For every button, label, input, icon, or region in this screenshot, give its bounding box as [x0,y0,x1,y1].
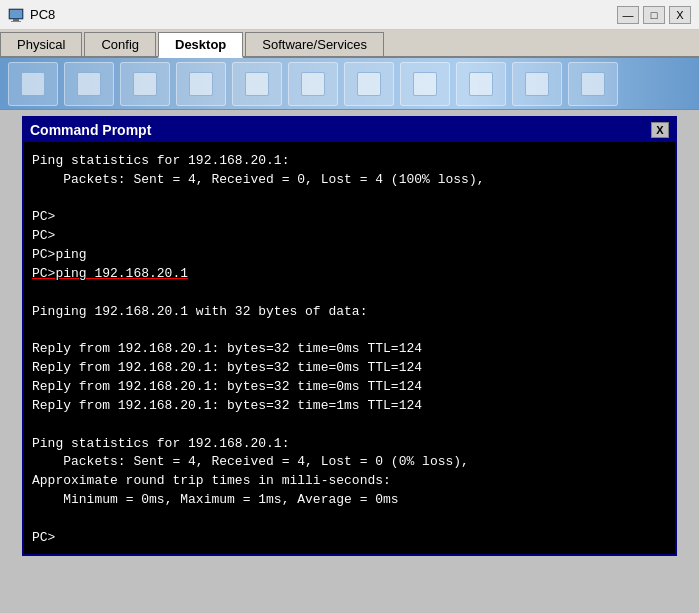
cmd-line-11: PC> [32,227,667,246]
cmd-body[interactable]: Pinging 192.168.20.1 with 32 bytes of da… [24,142,675,554]
window-title: PC8 [30,7,55,22]
toolbar-icon-6 [301,72,325,96]
cmd-line-15: Pinging 192.168.20.1 with 32 bytes of da… [32,303,667,322]
cmd-line-19: Reply from 192.168.20.1: bytes=32 time=0… [32,378,667,397]
title-bar: PC8 — □ X [0,0,699,30]
toolbar-area [0,58,699,110]
cmd-line-7: Ping statistics for 192.168.20.1: [32,152,667,171]
toolbar-icon-10 [525,72,549,96]
cmd-line-22: Ping statistics for 192.168.20.1: [32,435,667,454]
toolbar-icon-1 [21,72,45,96]
tab-bar: PhysicalConfigDesktopSoftware/Services [0,30,699,58]
toolbar-item-7 [344,62,394,106]
cmd-close-button[interactable]: X [651,122,669,138]
cmd-line-26 [32,510,667,529]
toolbar-item-2 [64,62,114,106]
cmd-line-27: PC> [32,529,667,548]
cmd-line-9 [32,190,667,209]
toolbar-icon-4 [189,72,213,96]
window-icon [8,7,24,23]
cmd-line-16 [32,322,667,341]
title-controls: — □ X [617,6,691,24]
toolbar-item-4 [176,62,226,106]
toolbar-item-3 [120,62,170,106]
tab-physical[interactable]: Physical [0,32,82,56]
toolbar-item-5 [232,62,282,106]
cmd-line-24: Approximate round trip times in milli-se… [32,472,667,491]
maximize-button[interactable]: □ [643,6,665,24]
tab-config[interactable]: Config [84,32,156,56]
tab-software[interactable]: Software/Services [245,32,384,56]
cmd-line-20: Reply from 192.168.20.1: bytes=32 time=1… [32,397,667,416]
cmd-title-bar: Command Prompt X [24,118,675,142]
toolbar-item-1 [8,62,58,106]
cmd-line-21 [32,416,667,435]
cmd-line-10: PC> [32,208,667,227]
toolbar-item-11 [568,62,618,106]
toolbar-icon-7 [357,72,381,96]
toolbar-icon-3 [133,72,157,96]
main-content: Command Prompt X Pinging 192.168.20.1 wi… [0,110,699,613]
svg-rect-3 [11,21,21,22]
toolbar-icon-2 [77,72,101,96]
toolbar-icon-11 [581,72,605,96]
cmd-line-25: Minimum = 0ms, Maximum = 1ms, Average = … [32,491,667,510]
cmd-line-8: Packets: Sent = 4, Received = 0, Lost = … [32,171,667,190]
title-left: PC8 [8,7,55,23]
svg-rect-2 [13,19,19,21]
cmd-line-13: PC>ping 192.168.20.1 [32,265,667,284]
toolbar-item-8 [400,62,450,106]
svg-rect-1 [10,10,22,18]
toolbar-icon-9 [469,72,493,96]
cmd-line-18: Reply from 192.168.20.1: bytes=32 time=0… [32,359,667,378]
toolbar-item-10 [512,62,562,106]
toolbar-item-9 [456,62,506,106]
window-close-button[interactable]: X [669,6,691,24]
command-prompt-window: Command Prompt X Pinging 192.168.20.1 wi… [22,116,677,556]
toolbar-icon-5 [245,72,269,96]
toolbar-item-6 [288,62,338,106]
tab-desktop[interactable]: Desktop [158,32,243,58]
cmd-title-text: Command Prompt [30,122,151,138]
toolbar-icon-8 [413,72,437,96]
cmd-line-23: Packets: Sent = 4, Received = 4, Lost = … [32,453,667,472]
cmd-line-12: PC>ping [32,246,667,265]
cmd-line-14 [32,284,667,303]
cmd-line-17: Reply from 192.168.20.1: bytes=32 time=0… [32,340,667,359]
minimize-button[interactable]: — [617,6,639,24]
cmd-line-6 [32,142,667,152]
